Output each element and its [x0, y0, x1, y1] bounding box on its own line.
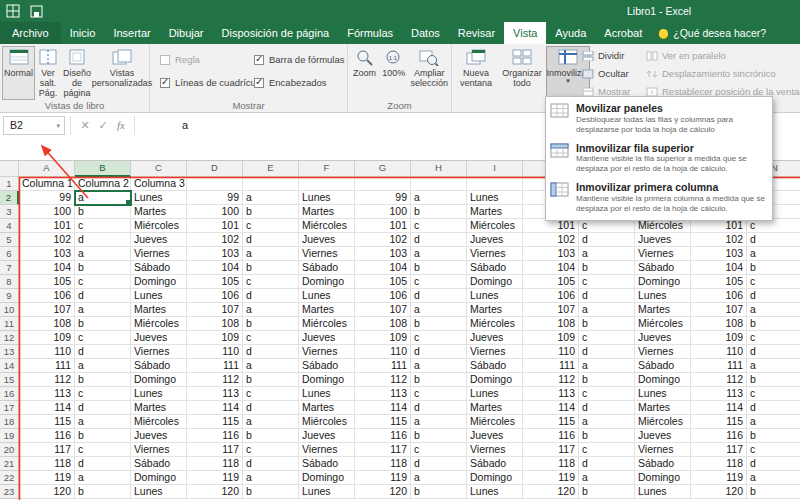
cell-I2[interactable]: Lunes — [467, 191, 523, 205]
tab-acrobat[interactable]: Acrobat — [595, 22, 651, 44]
cell-K19[interactable]: b — [579, 429, 635, 443]
cell-C3[interactable]: Martes — [131, 205, 187, 219]
cell-G9[interactable]: 106 — [355, 289, 411, 303]
cell-J13[interactable]: 110 — [523, 345, 579, 359]
cell-G21[interactable]: 118 — [355, 457, 411, 471]
cell-D21[interactable]: 118 — [187, 457, 243, 471]
cell-C5[interactable]: Jueves — [131, 233, 187, 247]
cell-D9[interactable]: 106 — [187, 289, 243, 303]
cell-B20[interactable]: c — [75, 443, 131, 457]
cell-G12[interactable]: 109 — [355, 331, 411, 345]
cell-F19[interactable]: Jueves — [299, 429, 355, 443]
cell-C20[interactable]: Viernes — [131, 443, 187, 457]
cell-A6[interactable]: 103 — [19, 247, 75, 261]
cell-D5[interactable]: 102 — [187, 233, 243, 247]
cell-I20[interactable]: Viernes — [467, 443, 523, 457]
cell-H13[interactable]: d — [411, 345, 467, 359]
cell-N14[interactable]: a — [747, 359, 800, 373]
column-header-G[interactable]: G — [355, 161, 411, 177]
cell-L9[interactable]: Lunes — [635, 289, 691, 303]
menu-item-freeze-first-column[interactable]: Inmovilizar primera columna Mantiene vis… — [546, 178, 772, 218]
cell-E9[interactable]: d — [243, 289, 299, 303]
row-header-5[interactable]: 5 — [0, 233, 19, 247]
cell-A17[interactable]: 114 — [19, 401, 75, 415]
cell-C2[interactable]: Lunes — [131, 191, 187, 205]
cell-K9[interactable]: d — [579, 289, 635, 303]
cell-F18[interactable]: Miércoles — [299, 415, 355, 429]
cell-E6[interactable]: a — [243, 247, 299, 261]
cell-L11[interactable]: Miércoles — [635, 317, 691, 331]
cell-G8[interactable]: 105 — [355, 275, 411, 289]
cell-L5[interactable]: Jueves — [635, 233, 691, 247]
zoom-button[interactable]: Zoom — [350, 46, 379, 100]
cell-G14[interactable]: 111 — [355, 359, 411, 373]
cell-L13[interactable]: Viernes — [635, 345, 691, 359]
cell-B17[interactable]: d — [75, 401, 131, 415]
row-header-3[interactable]: 3 — [0, 205, 19, 219]
cell-C14[interactable]: Sábado — [131, 359, 187, 373]
cell-K15[interactable]: b — [579, 373, 635, 387]
cell-N17[interactable]: d — [747, 401, 800, 415]
column-header-C[interactable]: C — [131, 161, 187, 177]
cell-H16[interactable]: c — [411, 387, 467, 401]
cell-A16[interactable]: 113 — [19, 387, 75, 401]
checkbox-gridlines[interactable]: Líneas de cuadrícula — [160, 77, 263, 88]
checkbox-headings[interactable]: Encabezados — [254, 77, 345, 88]
cell-L21[interactable]: Sábado — [635, 457, 691, 471]
cell-N20[interactable]: c — [747, 443, 800, 457]
cell-H7[interactable]: b — [411, 261, 467, 275]
cell-A1[interactable]: Columna 1 — [19, 177, 75, 191]
cell-I23[interactable]: Lunes — [467, 485, 523, 499]
cell-G18[interactable]: 115 — [355, 415, 411, 429]
cell-I17[interactable]: Martes — [467, 401, 523, 415]
cell-F8[interactable]: Domingo — [299, 275, 355, 289]
cell-J23[interactable]: 120 — [523, 485, 579, 499]
row-header-12[interactable]: 12 — [0, 331, 19, 345]
cell-D12[interactable]: 109 — [187, 331, 243, 345]
cell-I19[interactable]: Jueves — [467, 429, 523, 443]
row-header-21[interactable]: 21 — [0, 457, 19, 471]
cell-E11[interactable]: b — [243, 317, 299, 331]
cell-L8[interactable]: Domingo — [635, 275, 691, 289]
zoom-to-selection-button[interactable]: Ampliar selección — [408, 46, 450, 100]
cell-C15[interactable]: Domingo — [131, 373, 187, 387]
cell-L19[interactable]: Jueves — [635, 429, 691, 443]
cell-H14[interactable]: a — [411, 359, 467, 373]
checkbox-regla[interactable]: Regla — [160, 54, 263, 65]
cell-H8[interactable]: c — [411, 275, 467, 289]
cell-M23[interactable]: 120 — [691, 485, 747, 499]
cell-G6[interactable]: 103 — [355, 247, 411, 261]
cell-K8[interactable]: c — [579, 275, 635, 289]
cell-M15[interactable]: 112 — [691, 373, 747, 387]
cell-I22[interactable]: Domingo — [467, 471, 523, 485]
row-header-22[interactable]: 22 — [0, 471, 19, 485]
cell-M11[interactable]: 108 — [691, 317, 747, 331]
cell-M7[interactable]: 104 — [691, 261, 747, 275]
cell-J9[interactable]: 106 — [523, 289, 579, 303]
cell-F22[interactable]: Domingo — [299, 471, 355, 485]
row-header-23[interactable]: 23 — [0, 485, 19, 499]
cancel-entry-button[interactable]: ✕ — [76, 116, 94, 135]
hide-button[interactable]: Ocultar — [582, 66, 644, 81]
cell-D13[interactable]: 110 — [187, 345, 243, 359]
row-header-1[interactable]: 1 — [0, 177, 19, 191]
cell-M9[interactable]: 106 — [691, 289, 747, 303]
cell-B5[interactable]: d — [75, 233, 131, 247]
cell-E15[interactable]: b — [243, 373, 299, 387]
cell-A23[interactable]: 120 — [19, 485, 75, 499]
cell-J10[interactable]: 107 — [523, 303, 579, 317]
cell-E5[interactable]: d — [243, 233, 299, 247]
menu-item-unfreeze-panes[interactable]: Movilizar paneles Desbloquear todas las … — [546, 99, 772, 139]
save-icon[interactable] — [30, 4, 43, 22]
cell-N22[interactable]: a — [747, 471, 800, 485]
cell-G3[interactable]: 100 — [355, 205, 411, 219]
cell-M14[interactable]: 111 — [691, 359, 747, 373]
cell-K5[interactable]: d — [579, 233, 635, 247]
cell-K16[interactable]: c — [579, 387, 635, 401]
row-header-16[interactable]: 16 — [0, 387, 19, 401]
cell-M12[interactable]: 109 — [691, 331, 747, 345]
cell-F4[interactable]: Miércoles — [299, 219, 355, 233]
cell-B9[interactable]: d — [75, 289, 131, 303]
name-box-caret-icon[interactable]: ▾ — [56, 117, 60, 134]
tab-inicio[interactable]: Inicio — [61, 22, 105, 44]
